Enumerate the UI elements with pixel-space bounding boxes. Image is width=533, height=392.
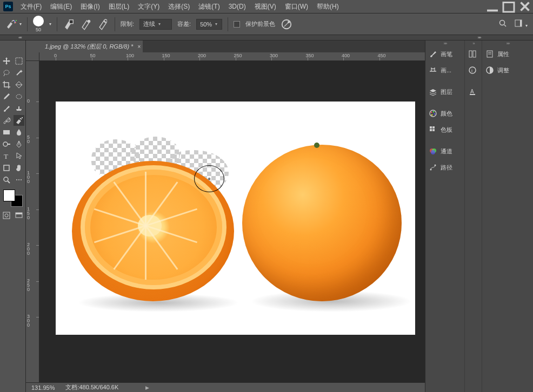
panel-properties[interactable]: 属性: [482, 46, 533, 62]
svg-rect-36: [16, 213, 22, 214]
svg-point-31: [18, 179, 19, 180]
menu-t[interactable]: 滤镜(T): [194, 0, 224, 13]
svg-text:A: A: [470, 89, 474, 94]
slice-tool[interactable]: [14, 79, 25, 90]
patch-tool[interactable]: [14, 91, 25, 102]
status-menu-icon[interactable]: ▶: [145, 385, 149, 390]
toolbox: T: [0, 40, 26, 392]
dodge-tool[interactable]: [1, 139, 12, 150]
menu-v[interactable]: 视图(V): [250, 0, 281, 13]
svg-point-32: [21, 179, 22, 180]
blur-tool[interactable]: [14, 127, 25, 138]
pen-tool[interactable]: [14, 139, 25, 150]
magic-wand-tool[interactable]: [14, 67, 25, 78]
shape-tool[interactable]: [1, 163, 12, 173]
brush-panel-toggle-icon[interactable]: [63, 18, 75, 30]
doc-size-label: 文档:: [65, 384, 79, 390]
svg-text:i: i: [471, 68, 472, 73]
svg-rect-21: [3, 130, 10, 134]
marquee-tool[interactable]: [14, 56, 25, 66]
svg-rect-52: [473, 51, 476, 57]
screen-mode-icon[interactable]: [14, 210, 25, 221]
panel-adjustments[interactable]: 调整: [482, 62, 533, 78]
toolbox-collapse-icon[interactable]: ««: [18, 35, 21, 40]
protect-foreground-checkbox[interactable]: [234, 21, 240, 28]
panel-channels[interactable]: 通道: [425, 143, 464, 159]
panel-character[interactable]: A: [465, 84, 482, 100]
ruler-origin[interactable]: [26, 52, 39, 61]
zoom-level[interactable]: 131.95%: [31, 384, 55, 391]
svg-text:T: T: [4, 152, 8, 160]
history-brush-tool[interactable]: [1, 115, 12, 126]
status-bar: 131.95% 文档:480.5K/640.6K ▶: [26, 382, 425, 392]
clone-stamp-tool[interactable]: [14, 103, 25, 114]
tool-preset-picker[interactable]: ▾: [5, 19, 22, 29]
window-maximize-button[interactable]: [501, 0, 517, 13]
panel-color[interactable]: 颜色: [425, 105, 464, 121]
menu-e[interactable]: 编辑(E): [46, 0, 76, 13]
svg-rect-44: [430, 129, 432, 131]
type-tool[interactable]: T: [1, 151, 12, 161]
gradient-tool[interactable]: [1, 127, 12, 138]
menu-l[interactable]: 图层(L): [104, 0, 134, 13]
document-canvas[interactable]: +: [56, 102, 415, 335]
svg-point-18: [16, 94, 22, 99]
svg-point-53: [469, 67, 476, 73]
menu-h[interactable]: 帮助(H): [312, 0, 343, 13]
svg-point-30: [16, 179, 17, 180]
brush-tool[interactable]: [1, 103, 12, 114]
menu-y[interactable]: 文字(Y): [134, 0, 164, 13]
document-tab[interactable]: 1.jpeg @ 132% (图层 0, RGB/8) * ×: [39, 40, 143, 52]
close-tab-icon[interactable]: ×: [138, 44, 141, 50]
panel-swatches[interactable]: 色板: [425, 121, 464, 138]
color-swatches[interactable]: [3, 190, 23, 207]
svg-rect-1: [503, 3, 514, 12]
brush-preset-picker[interactable]: 50: [33, 16, 44, 32]
window-minimize-button[interactable]: [484, 0, 501, 13]
panel-history[interactable]: [465, 46, 482, 62]
svg-point-8: [88, 19, 91, 23]
background-eraser-tool[interactable]: [14, 115, 25, 126]
doc-size-value: 480.5K/640.6K: [79, 384, 119, 390]
svg-point-38: [431, 112, 432, 113]
edit-toolbar-icon[interactable]: [14, 174, 25, 185]
ruler-horizontal[interactable]: 050100150200250300350400450: [39, 52, 425, 61]
panel-brush-presets[interactable]: 画...: [425, 62, 464, 78]
svg-line-12: [504, 25, 506, 26]
pressure-size-icon[interactable]: [80, 18, 92, 30]
work-area: 050100150200250300350400450 050100150200…: [26, 52, 425, 382]
lasso-tool[interactable]: [1, 67, 12, 78]
tolerance-input[interactable]: 50%▾: [196, 19, 222, 30]
menu-f[interactable]: 文件(F): [16, 0, 46, 13]
move-tool[interactable]: [1, 56, 12, 66]
path-selection-tool[interactable]: [14, 151, 25, 161]
panel-paths[interactable]: 路径: [425, 159, 464, 175]
zoom-tool[interactable]: [1, 174, 12, 185]
pressure-opacity-icon[interactable]: [281, 18, 292, 30]
foreground-color-swatch[interactable]: [3, 190, 15, 201]
window-close-button[interactable]: [517, 0, 533, 13]
panel-brush[interactable]: 画笔: [425, 46, 464, 62]
limit-dropdown[interactable]: 连续▾: [139, 19, 172, 30]
workspace-switcher-icon[interactable]: ▾: [515, 19, 528, 29]
menu-w[interactable]: 窗口(W): [281, 0, 312, 13]
eyedropper-tool[interactable]: [1, 91, 12, 102]
limit-label: 限制:: [121, 20, 134, 28]
hand-tool[interactable]: [14, 163, 25, 173]
quick-mask-icon[interactable]: [1, 210, 12, 221]
menu-i[interactable]: 图像(I): [76, 0, 104, 13]
ruler-vertical[interactable]: 050100150200250300: [26, 61, 39, 382]
menu-dd[interactable]: 3D(D): [224, 1, 250, 12]
airbrush-icon[interactable]: [97, 18, 109, 30]
dock-collapse-icon[interactable]: »»: [478, 35, 481, 40]
svg-rect-14: [520, 20, 522, 26]
crop-tool[interactable]: [1, 79, 12, 90]
panel-info[interactable]: i: [465, 62, 482, 78]
svg-point-28: [4, 177, 8, 181]
panel-layers[interactable]: 图层: [425, 84, 464, 100]
menu-s[interactable]: 选择(S): [164, 0, 194, 13]
svg-line-29: [8, 181, 10, 183]
search-icon[interactable]: [498, 19, 507, 29]
svg-rect-43: [432, 126, 435, 129]
svg-point-41: [431, 114, 433, 116]
